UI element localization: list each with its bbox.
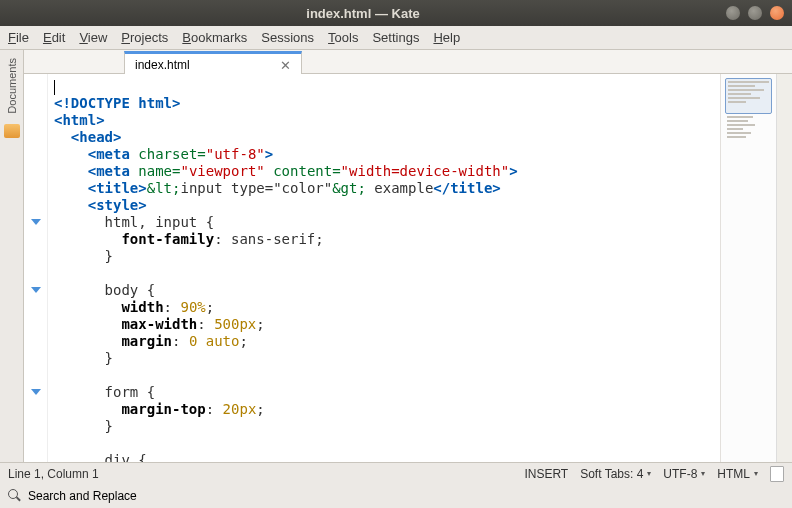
code-editor[interactable]: <!DOCTYPE html> <html> <head> <meta char… xyxy=(48,74,720,462)
tab-index-html[interactable]: index.html ✕ xyxy=(124,51,302,74)
chevron-down-icon: ▾ xyxy=(754,469,758,478)
menu-edit[interactable]: Edit xyxy=(43,30,65,45)
language-selector[interactable]: HTML ▾ xyxy=(717,467,758,481)
fold-gutter[interactable] xyxy=(24,74,48,462)
tab-row: index.html ✕ xyxy=(24,50,792,74)
menubar: File Edit View Projects Bookmarks Sessio… xyxy=(0,26,792,50)
close-button[interactable] xyxy=(770,6,784,20)
file-icon[interactable] xyxy=(770,466,784,482)
minimize-button[interactable] xyxy=(726,6,740,20)
maximize-button[interactable] xyxy=(748,6,762,20)
menu-settings[interactable]: Settings xyxy=(372,30,419,45)
menu-tools[interactable]: Tools xyxy=(328,30,358,45)
window-title: index.html — Kate xyxy=(0,6,726,21)
statusbar: Line 1, Column 1 INSERT Soft Tabs: 4 ▾ U… xyxy=(0,462,792,484)
menu-bookmarks[interactable]: Bookmarks xyxy=(182,30,247,45)
folder-icon[interactable] xyxy=(4,124,20,138)
side-panel: Documents xyxy=(0,50,24,462)
editor-zone: index.html ✕ <!DOCTYPE html> <html> xyxy=(24,50,792,462)
menu-view[interactable]: View xyxy=(79,30,107,45)
menu-sessions[interactable]: Sessions xyxy=(261,30,314,45)
search-label: Search and Replace xyxy=(28,489,137,503)
menu-projects[interactable]: Projects xyxy=(121,30,168,45)
chevron-down-icon: ▾ xyxy=(701,469,705,478)
encoding-selector[interactable]: UTF-8 ▾ xyxy=(663,467,705,481)
menu-help[interactable]: Help xyxy=(433,30,460,45)
vertical-scrollbar[interactable] xyxy=(776,74,792,462)
main-area: Documents index.html ✕ xyxy=(0,50,792,462)
fold-marker-icon[interactable] xyxy=(31,389,41,395)
minimap-viewport[interactable] xyxy=(725,78,772,114)
fold-marker-icon[interactable] xyxy=(31,287,41,293)
chevron-down-icon: ▾ xyxy=(647,469,651,478)
search-bar[interactable]: Search and Replace xyxy=(0,484,792,508)
tab-label: index.html xyxy=(135,58,190,72)
minimap[interactable] xyxy=(720,74,776,462)
close-icon[interactable]: ✕ xyxy=(280,58,291,73)
titlebar: index.html — Kate xyxy=(0,0,792,26)
fold-marker-icon[interactable] xyxy=(31,219,41,225)
insert-mode[interactable]: INSERT xyxy=(524,467,568,481)
soft-tabs-selector[interactable]: Soft Tabs: 4 ▾ xyxy=(580,467,651,481)
editor-body: <!DOCTYPE html> <html> <head> <meta char… xyxy=(24,74,792,462)
cursor-position[interactable]: Line 1, Column 1 xyxy=(8,467,99,481)
documents-panel-button[interactable]: Documents xyxy=(6,54,18,118)
search-icon xyxy=(8,489,22,503)
window-controls xyxy=(726,6,792,20)
menu-file[interactable]: File xyxy=(8,30,29,45)
